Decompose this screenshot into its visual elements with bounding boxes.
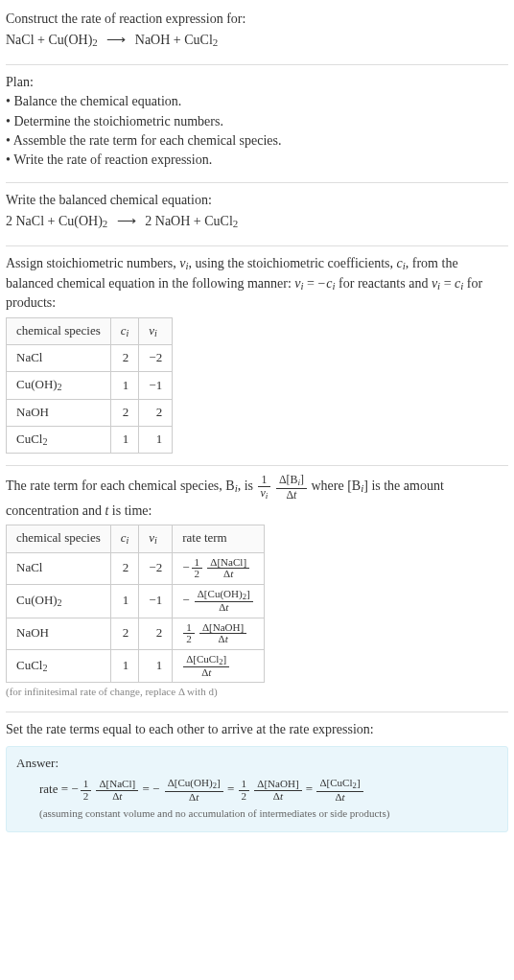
assign-text: Assign stoichiometric numbers, νi, using… xyxy=(6,254,508,314)
table-row: Cu(OH)2 1 −1 − Δ[Cu(OH)2]Δt xyxy=(7,584,265,618)
cell-ci: 2 xyxy=(110,552,139,584)
rate-term-text: The rate term for each chemical species,… xyxy=(6,474,508,521)
answer-note: (assuming constant volume and no accumul… xyxy=(39,806,498,822)
frac-dBi-dt: Δ[Bi] Δt xyxy=(276,474,307,501)
cell-ci: 2 xyxy=(110,399,139,426)
text: Assign stoichiometric numbers, xyxy=(6,256,179,270)
table-row: NaOH 2 2 12 Δ[NaOH]Δt xyxy=(7,618,265,649)
col-vi: νi xyxy=(139,317,173,345)
table-row: NaCl 2 −2 −12 Δ[NaCl]Δt xyxy=(7,552,265,584)
question-prompt: Construct the rate of reaction expressio… xyxy=(6,10,508,29)
balanced-block: Write the balanced chemical equation: 2 … xyxy=(6,187,508,242)
answer-equation: rate = −12 Δ[NaCl]Δt = − Δ[Cu(OH)2]Δt = … xyxy=(39,778,498,803)
set-equal-text: Set the rate terms equal to each other t… xyxy=(6,720,508,739)
arrow-icon: ⟶ xyxy=(111,214,142,228)
col-rate-term: rate term xyxy=(173,525,265,553)
col-vi: νi xyxy=(139,525,173,553)
plan-item: Write the rate of reaction expression. xyxy=(6,151,508,170)
plan-title: Plan: xyxy=(6,73,508,92)
answer-label: Answer: xyxy=(16,755,498,773)
cell-rate-term: 12 Δ[NaOH]Δt xyxy=(173,618,265,649)
text: , using the stoichiometric coefficients, xyxy=(188,256,396,270)
stoich-table: chemical species ci νi NaCl 2 −2 Cu(OH)2… xyxy=(6,317,173,455)
col-ci: ci xyxy=(110,525,139,553)
table-row: NaCl 2 −2 xyxy=(7,345,173,372)
divider xyxy=(6,712,508,712)
col-species: chemical species xyxy=(7,525,111,553)
cell-vi: 2 xyxy=(139,618,173,649)
cell-ci: 2 xyxy=(110,345,139,372)
coeff: 2 xyxy=(145,214,152,228)
cell-species: NaOH xyxy=(7,618,111,649)
cell-vi: 1 xyxy=(139,649,173,683)
table-header-row: chemical species ci νi rate term xyxy=(7,525,265,553)
cell-ci: 2 xyxy=(110,618,139,649)
plan-item: Balance the chemical equation. xyxy=(6,92,508,111)
cell-vi: −2 xyxy=(139,552,173,584)
plan-block: Plan: Balance the chemical equation. Det… xyxy=(6,69,508,177)
cell-rate-term: −12 Δ[NaCl]Δt xyxy=(173,552,265,584)
table-row: CuCl2 1 1 Δ[CuCl2]Δt xyxy=(7,649,265,683)
cell-ci: 1 xyxy=(110,584,139,618)
divider xyxy=(6,64,508,65)
divider xyxy=(6,465,508,466)
table-header-row: chemical species ci νi xyxy=(7,317,173,345)
col-ci: ci xyxy=(110,317,139,345)
worksheet-page: Construct the rate of reaction expressio… xyxy=(0,0,514,852)
divider xyxy=(6,182,508,183)
cell-species: NaCl xyxy=(7,552,111,584)
cell-vi: −2 xyxy=(139,345,173,372)
arrow-icon: ⟶ xyxy=(101,33,131,47)
balanced-intro: Write the balanced chemical equation: xyxy=(6,191,508,210)
set-equal-block: Set the rate terms equal to each other t… xyxy=(6,716,508,840)
text: for reactants and xyxy=(336,276,432,291)
rate-term-block: The rate term for each chemical species,… xyxy=(6,470,508,708)
cell-species: CuCl2 xyxy=(7,649,111,683)
cell-vi: 1 xyxy=(139,426,173,454)
rate-term-table: chemical species ci νi rate term NaCl 2 … xyxy=(6,525,265,683)
cell-species: Cu(OH)2 xyxy=(7,372,111,400)
cell-ci: 1 xyxy=(110,649,139,683)
balanced-equation: 2 NaCl + Cu(OH)2 ⟶ 2 NaOH + CuCl2 xyxy=(6,212,508,232)
divider xyxy=(6,245,508,246)
infinitesimal-hint: (for infinitesimal rate of change, repla… xyxy=(6,685,508,700)
cell-vi: 2 xyxy=(139,399,173,426)
plan-item: Determine the stoichiometric numbers. xyxy=(6,112,508,131)
cell-ci: 1 xyxy=(110,426,139,454)
text: , is xyxy=(238,479,257,494)
cell-species: NaCl xyxy=(7,345,111,372)
cell-species: CuCl2 xyxy=(7,426,111,454)
cell-species: NaOH xyxy=(7,399,111,426)
plan-list: Balance the chemical equation. Determine… xyxy=(6,92,508,170)
frac-one-over-nu: 1 νi xyxy=(258,474,271,501)
assign-block: Assign stoichiometric numbers, νi, using… xyxy=(6,250,508,462)
table-row: CuCl2 1 1 xyxy=(7,426,173,454)
text: where [B xyxy=(311,479,361,494)
table-row: NaOH 2 2 xyxy=(7,399,173,426)
question-block: Construct the rate of reaction expressio… xyxy=(6,6,508,60)
cell-ci: 1 xyxy=(110,372,139,400)
text: is time: xyxy=(108,503,152,518)
unbalanced-equation: NaCl + Cu(OH)2 ⟶ NaOH + CuCl2 xyxy=(6,31,508,51)
table-row: Cu(OH)2 1 −1 xyxy=(7,372,173,400)
col-species: chemical species xyxy=(7,317,111,345)
cell-rate-term: − Δ[Cu(OH)2]Δt xyxy=(173,584,265,618)
text: The rate term for each chemical species,… xyxy=(6,479,235,494)
answer-box: Answer: rate = −12 Δ[NaCl]Δt = − Δ[Cu(OH… xyxy=(6,746,508,832)
cell-species: Cu(OH)2 xyxy=(7,584,111,618)
cell-vi: −1 xyxy=(139,584,173,618)
plan-item: Assemble the rate term for each chemical… xyxy=(6,131,508,151)
cell-rate-term: Δ[CuCl2]Δt xyxy=(173,649,265,683)
cell-vi: −1 xyxy=(139,372,173,400)
coeff: 2 xyxy=(6,214,12,228)
